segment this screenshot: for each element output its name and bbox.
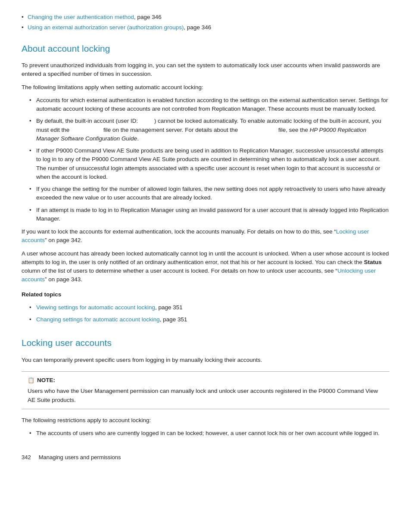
top-link-auth-method-page: , page 346 [134,14,162,20]
page-number: 342 [22,453,31,462]
related-link-viewing[interactable]: Viewing settings for automatic account l… [36,304,155,311]
about-unlock-suffix: column of the list of users to determine… [22,268,337,274]
about-unlock-para: A user whose account has already been lo… [22,249,389,284]
about-bullet-2-italic: HP P9000 Replication Manager Software Co… [36,127,366,142]
top-link-item-2: Using an external authorization server (… [22,23,389,32]
related-link-viewing-page: , page 351 [155,304,183,311]
locking-restrictions-intro: The following restrictions apply to acco… [22,416,389,425]
note-label: NOTE: [37,376,55,385]
about-bullet-4: If you change the setting for the number… [29,185,389,202]
about-unlock-prefix: A user whose account has already been lo… [22,250,389,265]
top-links-section: Changing the user authentication method,… [22,13,389,32]
top-link-auth-method[interactable]: Changing the user authentication method [28,14,134,20]
top-link-item-1: Changing the user authentication method,… [22,13,389,22]
locking-bullet-1: The accounts of users who are currently … [29,429,389,438]
locking-bullets-list: The accounts of users who are currently … [29,429,389,438]
about-bullet-1: Accounts for which external authenticati… [29,96,389,114]
top-link-auth-server[interactable]: Using an external authorization server (… [28,24,184,31]
note-body: Users who have the User Management permi… [28,387,383,404]
locking-section-heading: Locking user accounts [22,336,389,350]
top-links-list: Changing the user authentication method,… [22,13,389,32]
locking-user-accounts-section: Locking user accounts You can temporaril… [22,336,389,438]
related-topics-heading: Related topics [22,290,389,299]
about-unlock-status: Status [364,259,382,265]
about-intro-paragraph: To prevent unauthorized individuals from… [22,61,389,79]
top-link-auth-server-page: , page 346 [184,24,211,31]
note-icon: 📋 [28,376,34,385]
related-topic-1: Viewing settings for automatic account l… [29,303,389,312]
about-account-locking-section: About account locking To prevent unautho… [22,42,389,324]
related-topics-list: Viewing settings for automatic account l… [29,303,389,324]
about-bullets-list: Accounts for which external authenticati… [29,96,389,223]
locking-intro: You can temporarily prevent specific use… [22,356,389,364]
page-footer: 342 Managing users and permissions [22,453,389,462]
note-box: 📋 NOTE: Users who have the User Manageme… [22,371,389,409]
locking-user-accounts-link-1[interactable]: Locking user accounts [22,228,369,243]
about-bullet-5: If an attempt is made to log in to Repli… [29,206,389,224]
about-bullet-2: By default, the built-in account (user I… [29,117,389,143]
about-unlock-end: ” on page 343. [45,276,82,283]
about-section-heading: About account locking [22,42,389,56]
about-bullet-3: If other P9000 Command View AE Suite pro… [29,146,389,181]
related-topics-block: Related topics Viewing settings for auto… [22,290,389,324]
related-link-changing[interactable]: Changing settings for automatic account … [36,316,160,323]
related-link-changing-page: , page 351 [160,316,187,323]
about-limitations-intro: The following limitations apply when set… [22,83,389,92]
about-external-para: If you want to lock the accounts for ext… [22,227,389,245]
note-header: 📋 NOTE: [28,376,383,385]
page-label: Managing users and permissions [39,453,121,462]
related-topic-2: Changing settings for automatic account … [29,315,389,324]
